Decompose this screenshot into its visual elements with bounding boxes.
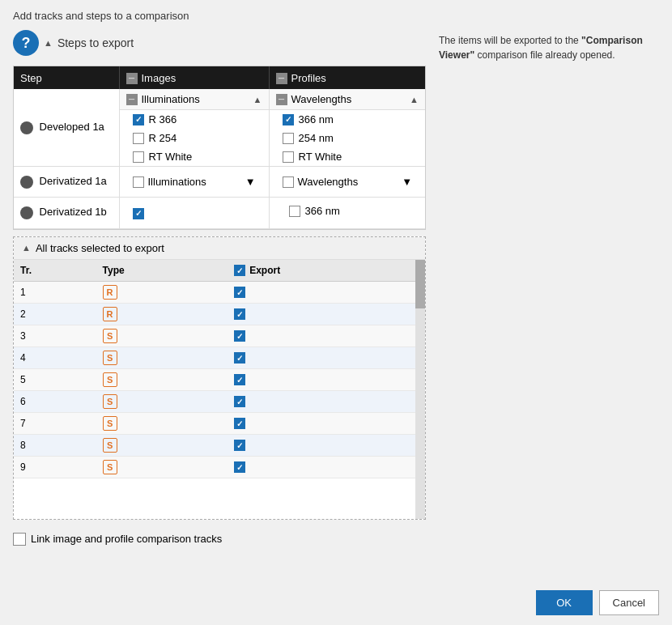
track-export-8 bbox=[228, 435, 425, 457]
profiles-cell-derivatized1b: 366 nm bbox=[269, 198, 425, 229]
track-export-6 bbox=[228, 391, 425, 413]
track-type-9: S bbox=[96, 457, 228, 478]
col-profiles-header: Profiles bbox=[269, 66, 425, 89]
track-export-7 bbox=[228, 413, 425, 435]
images-header-checkbox[interactable] bbox=[126, 73, 138, 84]
track-export-checkbox-3[interactable] bbox=[234, 330, 245, 342]
cancel-button[interactable]: Cancel bbox=[599, 590, 659, 615]
nm254-label: 254 nm bbox=[299, 132, 334, 144]
link-checkbox[interactable] bbox=[13, 533, 26, 546]
steps-table: Step Images Profiles bbox=[14, 66, 425, 229]
track-row: 6 S bbox=[14, 391, 425, 413]
step-name-derivatized1b: Derivatized 1b bbox=[14, 198, 119, 229]
wavelengths-label-group: Wavelengths bbox=[276, 93, 352, 105]
wavelengths-label: Wavelengths bbox=[291, 93, 352, 105]
bottom-buttons: OK Cancel bbox=[13, 580, 659, 615]
profiles-header-checkbox[interactable] bbox=[276, 73, 287, 84]
r366-label: R 366 bbox=[149, 113, 177, 125]
track-tr-3: 3 bbox=[14, 325, 96, 347]
derivatized1a-expand-arrow[interactable]: ▼ bbox=[245, 176, 256, 188]
track-export-checkbox-1[interactable] bbox=[234, 287, 245, 298]
step-icon bbox=[20, 206, 33, 219]
rtwhite-profiles-checkbox[interactable] bbox=[283, 151, 294, 163]
track-tr-4: 4 bbox=[14, 347, 96, 369]
col-export-header: Export bbox=[228, 260, 425, 282]
info-text2: comparison file already opened. bbox=[478, 49, 615, 61]
track-export-checkbox-6[interactable] bbox=[234, 396, 245, 407]
track-type-6: S bbox=[96, 391, 228, 413]
track-type-2: R bbox=[96, 304, 228, 325]
r366-checkbox[interactable] bbox=[133, 114, 144, 125]
derivatized1b-images-cb-wrapper bbox=[126, 202, 262, 224]
track-export-checkbox-9[interactable] bbox=[234, 461, 245, 473]
scrollbar-track[interactable] bbox=[415, 260, 425, 519]
images-cell-derivatized1a: Illuminations ▼ bbox=[119, 167, 269, 198]
track-tr-7: 7 bbox=[14, 413, 96, 435]
track-export-3 bbox=[228, 325, 425, 347]
derivatized1a-images-checkbox[interactable] bbox=[133, 176, 144, 188]
track-row: 9 S bbox=[14, 457, 425, 478]
scrollbar-thumb[interactable] bbox=[415, 260, 425, 308]
step-name-developed1a: Developed 1a bbox=[14, 89, 119, 167]
derivatized1b-images-checkbox[interactable] bbox=[133, 208, 144, 219]
col-images-header: Images bbox=[119, 66, 269, 89]
help-icon: ? bbox=[13, 30, 39, 56]
track-type-4: S bbox=[96, 347, 228, 369]
col-tr-header: Tr. bbox=[14, 260, 96, 282]
track-tr-8: 8 bbox=[14, 435, 96, 457]
left-panel: ? ▲ Steps to export Step Images bbox=[13, 30, 426, 580]
tracks-header: ▲ All tracks selected to export bbox=[14, 237, 425, 260]
track-row: 5 S bbox=[14, 369, 425, 391]
rtwhite-images-checkbox[interactable] bbox=[133, 151, 144, 163]
r254-checkbox[interactable] bbox=[133, 133, 144, 144]
rtwhite-profiles-label: RT White bbox=[299, 151, 342, 163]
tracks-section: ▲ All tracks selected to export Tr. Type bbox=[13, 236, 426, 520]
rtwhite-images-label: RT White bbox=[149, 151, 193, 163]
nm366-label: 366 nm bbox=[299, 113, 334, 125]
track-tr-2: 2 bbox=[14, 304, 96, 325]
derivatized1b-366nm-checkbox[interactable] bbox=[289, 206, 300, 217]
steps-collapse-button[interactable]: ▲ bbox=[44, 38, 53, 48]
main-area: ? ▲ Steps to export Step Images bbox=[13, 30, 659, 580]
tracks-collapse-button[interactable]: ▲ bbox=[22, 243, 31, 253]
track-export-9 bbox=[228, 457, 425, 478]
illuminations-subheader: Illuminations ▲ bbox=[120, 89, 269, 110]
nm254-checkbox[interactable] bbox=[283, 133, 294, 144]
right-panel: The items will be exported to the "Compa… bbox=[439, 30, 659, 580]
track-row: 7 S bbox=[14, 413, 425, 435]
track-tr-1: 1 bbox=[14, 282, 96, 304]
tracks-table: Tr. Type Export bbox=[14, 260, 425, 479]
export-header-checkbox[interactable] bbox=[234, 265, 245, 276]
table-row: Derivatized 1a Illuminations ▼ bbox=[14, 167, 425, 198]
track-export-5 bbox=[228, 369, 425, 391]
track-tr-6: 6 bbox=[14, 391, 96, 413]
profiles-cell-derivatized1a: Wavelengths ▼ bbox=[269, 167, 425, 198]
track-export-checkbox-2[interactable] bbox=[234, 308, 245, 320]
tracks-table-wrapper[interactable]: Tr. Type Export bbox=[14, 260, 425, 519]
illuminations-checkbox[interactable] bbox=[126, 94, 138, 105]
r254-label: R 254 bbox=[149, 132, 177, 144]
track-type-5: S bbox=[96, 369, 228, 391]
track-export-checkbox-7[interactable] bbox=[234, 418, 245, 429]
track-export-checkbox-4[interactable] bbox=[234, 352, 245, 364]
derivatized1a-wavelengths-label: Wavelengths bbox=[298, 176, 359, 188]
nm366-checkbox[interactable] bbox=[283, 114, 294, 125]
steps-table-wrapper: Step Images Profiles bbox=[13, 66, 426, 230]
track-export-1 bbox=[228, 282, 425, 304]
illuminations-label-group: Illuminations bbox=[126, 93, 200, 105]
ok-button[interactable]: OK bbox=[536, 590, 593, 615]
track-tr-5: 5 bbox=[14, 369, 96, 391]
illuminations-label: Illuminations bbox=[142, 93, 200, 105]
wavelengths-checkbox[interactable] bbox=[276, 94, 287, 105]
table-row: Derivatized 1b 366 nm bbox=[14, 198, 425, 229]
track-export-checkbox-8[interactable] bbox=[234, 440, 245, 451]
track-export-checkbox-5[interactable] bbox=[234, 374, 245, 385]
step-icon bbox=[20, 176, 33, 189]
derivatized1a-profiles-checkbox[interactable] bbox=[283, 176, 294, 188]
wavelengths-expand-arrow[interactable]: ▲ bbox=[410, 95, 419, 104]
illuminations-expand-arrow[interactable]: ▲ bbox=[253, 95, 262, 104]
track-type-1: R bbox=[96, 282, 228, 304]
track-type-3: S bbox=[96, 325, 228, 347]
track-row: 1 R bbox=[14, 282, 425, 304]
derivatized1a-wavelengths-expand-arrow[interactable]: ▼ bbox=[402, 176, 412, 188]
